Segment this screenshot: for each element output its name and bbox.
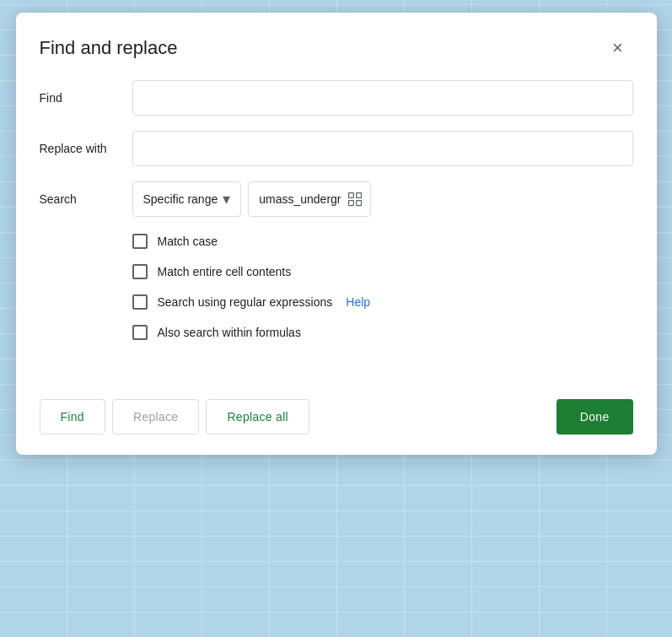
regex-checkbox[interactable] <box>132 294 148 310</box>
match-case-checkbox[interactable] <box>132 234 148 249</box>
find-label: Find <box>40 91 132 105</box>
search-type-value: Specific range <box>143 192 218 206</box>
search-label: Search <box>40 192 132 206</box>
svg-rect-3 <box>356 201 361 206</box>
range-selector[interactable]: umass_undergr <box>248 181 370 217</box>
replace-button[interactable]: Replace <box>112 399 199 435</box>
find-button[interactable]: Find <box>40 399 105 435</box>
match-case-row[interactable]: Match case <box>132 234 633 249</box>
svg-rect-1 <box>356 193 361 198</box>
replace-input[interactable] <box>132 131 633 166</box>
regex-help-link[interactable]: Help <box>346 295 370 309</box>
search-type-dropdown[interactable]: Specific range ▾ <box>132 181 242 217</box>
formulas-checkbox[interactable] <box>132 325 148 340</box>
find-row: Find <box>40 80 633 116</box>
formulas-row[interactable]: Also search within formulas <box>132 325 633 340</box>
regex-row[interactable]: Search using regular expressions Help <box>132 294 633 310</box>
replace-all-button[interactable]: Replace all <box>206 399 309 435</box>
close-icon: × <box>612 37 623 59</box>
dialog-body: Find Replace with Search Specific range … <box>16 80 657 386</box>
formulas-label: Also search within formulas <box>158 326 301 339</box>
find-input[interactable] <box>132 80 633 116</box>
range-value: umass_undergr <box>259 192 341 206</box>
match-entire-cell-checkbox[interactable] <box>132 264 148 279</box>
svg-rect-2 <box>348 201 353 206</box>
search-controls: Specific range ▾ umass_undergr <box>132 181 371 217</box>
find-replace-dialog: Find and replace × Find Replace with Sea… <box>16 13 657 455</box>
checkboxes-section: Match case Match entire cell contents Se… <box>40 234 633 340</box>
chevron-down-icon: ▾ <box>223 190 230 208</box>
replace-label: Replace with <box>40 142 132 155</box>
match-entire-cell-row[interactable]: Match entire cell contents <box>132 264 633 279</box>
grid-select-icon <box>347 191 363 208</box>
done-button[interactable]: Done <box>556 399 633 435</box>
dialog-footer: Find Replace Replace all Done <box>16 386 657 455</box>
svg-rect-0 <box>348 193 353 198</box>
match-case-label: Match case <box>158 235 218 248</box>
replace-row: Replace with <box>40 131 633 166</box>
regex-label: Search using regular expressions <box>158 295 333 309</box>
match-entire-cell-label: Match entire cell contents <box>158 265 292 278</box>
search-row: Search Specific range ▾ umass_undergr <box>40 181 633 217</box>
dialog-title: Find and replace <box>40 37 178 59</box>
dialog-header: Find and replace × <box>16 13 657 80</box>
close-button[interactable]: × <box>603 33 633 63</box>
